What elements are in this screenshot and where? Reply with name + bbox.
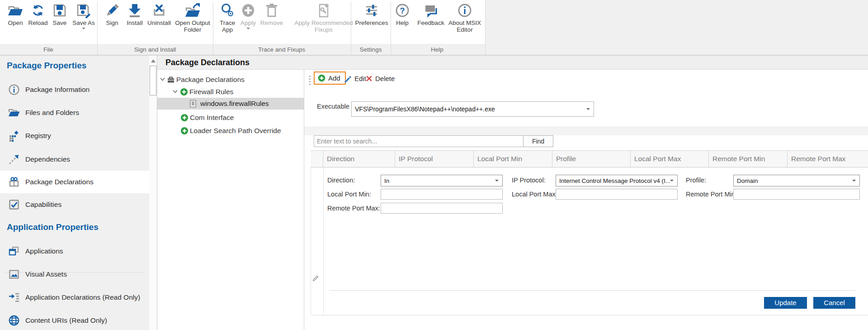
grid-column-header-ip-protocol[interactable]: IP Protocol: [395, 151, 473, 167]
ip-protocol-combobox[interactable]: Internet Control Message Protocol v4 (I.…: [556, 175, 678, 187]
sidebar-item-visual-assets[interactable]: Visual Assets: [0, 263, 149, 286]
dropdown-arrow-icon: [586, 108, 590, 110]
indicator-column-divider: [323, 167, 324, 315]
help-icon: ?: [395, 3, 410, 18]
dropdown-arrow-icon: [852, 180, 856, 182]
form-separator: [329, 290, 855, 291]
remove-button[interactable]: Remove: [259, 3, 285, 26]
profile-value: Domain: [734, 177, 852, 184]
sidebar-item-dependencies[interactable]: Dependencies: [0, 148, 149, 171]
reload-button[interactable]: Reload: [26, 3, 50, 26]
search-input[interactable]: [314, 135, 524, 147]
save-as-button[interactable]: Save As: [71, 3, 96, 29]
chevron-down-icon[interactable]: [173, 90, 178, 93]
registry-icon: [8, 130, 20, 142]
open-output-folder-button[interactable]: Open Output Folder: [172, 3, 213, 33]
tree-node-loader-search-path-override[interactable]: Loader Search Path Override: [157, 125, 304, 137]
direction-label: Direction:: [327, 177, 355, 184]
sidebar-item-label: Visual Assets: [25, 263, 67, 286]
delete-button[interactable]: Delete: [366, 73, 395, 84]
sidebar-item-applications[interactable]: Applications: [0, 240, 149, 263]
apply-button[interactable]: Apply: [238, 3, 259, 29]
ip-protocol-label: IP Protocol:: [512, 177, 546, 184]
remote-port-min-label: Remote Port Min:: [686, 191, 737, 198]
tree-node-windows-firewallrules[interactable]: windows.firewallRules: [157, 98, 304, 110]
sidebar-item-files-and-folders[interactable]: Files and Folders: [0, 101, 149, 124]
update-button[interactable]: Update: [764, 297, 807, 309]
trace-app-button[interactable]: Trace App: [217, 3, 238, 33]
tree-node-com-interface[interactable]: Com Interface: [157, 112, 304, 124]
sidebar-item-label: Application Declarations (Read Only): [25, 286, 140, 309]
open-button[interactable]: Open: [5, 3, 26, 26]
grid-column-header-remote-port-min[interactable]: Remote Port Min: [708, 151, 787, 167]
grid-column-header-profile[interactable]: Profile: [552, 151, 630, 167]
button-label: Uninstall: [145, 19, 174, 26]
scrollbar-up-arrow-icon[interactable]: [151, 59, 156, 62]
remote-port-max-input[interactable]: [381, 203, 503, 214]
sidebar-item-registry[interactable]: Registry: [0, 124, 149, 147]
chevron-down-icon: [246, 28, 250, 29]
profile-combobox[interactable]: Domain: [733, 175, 860, 187]
sidebar-item-content-uris[interactable]: Content URIs (Read Only): [0, 309, 149, 330]
globe-icon: [8, 315, 20, 326]
sidebar-section-header-package-properties: Package Properties: [7, 61, 86, 71]
visual-assets-image-icon: [8, 268, 20, 280]
sidebar-scrollbar[interactable]: [149, 56, 157, 330]
save-button[interactable]: Save: [50, 3, 70, 26]
button-label: Apply Recommended Fixups: [293, 19, 354, 33]
toolbar-grip-handle[interactable]: [309, 76, 311, 77]
install-arrow-icon: [127, 3, 142, 18]
remote-port-min-input[interactable]: [733, 189, 860, 200]
local-port-max-input[interactable]: [556, 189, 678, 200]
ribbon-group-label-trace-and-fixups: Trace and Fixups: [258, 46, 305, 53]
button-label: Save As: [71, 19, 96, 26]
sidebar-item-label: Package Declarations: [25, 171, 94, 193]
sidebar-item-package-declarations[interactable]: Package Declarations: [0, 171, 149, 193]
help-button[interactable]: ? Help: [393, 3, 411, 26]
tree-node-firewall-rules[interactable]: Firewall Rules: [157, 86, 304, 98]
chevron-down-icon[interactable]: [82, 28, 85, 29]
scrollbar-thumb[interactable]: [150, 66, 156, 96]
trace-app-icon: [220, 3, 235, 18]
delete-x-icon: [366, 75, 373, 82]
about-msix-editor-button[interactable]: About MSIX Editor: [447, 3, 483, 33]
button-label: Help: [393, 19, 411, 26]
apply-recommended-fixups-button[interactable]: Apply Recommended Fixups: [293, 3, 354, 33]
button-label: Save: [50, 19, 70, 26]
install-button[interactable]: Install: [123, 3, 146, 26]
trash-icon: [264, 3, 279, 18]
button-label: About MSIX Editor: [447, 19, 483, 33]
sidebar-item-label: Dependencies: [25, 148, 70, 171]
grid-column-header-remote-port-max[interactable]: Remote Port Max: [787, 151, 868, 167]
sidebar-item-application-declarations[interactable]: Application Declarations (Read Only): [0, 286, 149, 309]
uninstall-button[interactable]: Uninstall: [145, 3, 174, 26]
cancel-button[interactable]: Cancel: [813, 297, 855, 309]
button-label: Feedback: [416, 19, 446, 26]
executable-combobox[interactable]: VFS\ProgramFilesX86\Notepad++\notepad++.…: [351, 101, 594, 117]
grid-column-header-local-port-max[interactable]: Local Port Max: [630, 151, 708, 167]
fixups-icon: [316, 3, 331, 18]
profile-label: Profile:: [686, 177, 706, 184]
tree-node-package-declarations[interactable]: Package Declarations: [157, 74, 304, 86]
page-title: Package Declarations: [165, 56, 250, 69]
add-button[interactable]: Add: [314, 72, 346, 85]
tree-node-label: Package Declarations: [176, 74, 245, 86]
sidebar-item-package-information[interactable]: Package Information: [0, 78, 149, 101]
msix-editor-window: { "colors": { "accent_blue": "#0e5aa0", …: [0, 0, 868, 330]
find-button[interactable]: Find: [523, 135, 553, 147]
grid-column-header-local-port-min[interactable]: Local Port Min: [473, 151, 552, 167]
grid-header-row: Direction IP Protocol Local Port Min Pro…: [311, 150, 868, 167]
ribbon-group-label-help: Help: [431, 46, 443, 53]
ribbon-separator: [485, 1, 486, 55]
applications-window-icon: [8, 245, 20, 257]
button-label: Apply: [238, 19, 259, 26]
local-port-min-input[interactable]: [381, 189, 503, 200]
direction-combobox[interactable]: In: [381, 175, 503, 187]
feedback-button[interactable]: Feedback: [416, 3, 446, 26]
sidebar-item-capabilities[interactable]: Capabilities: [0, 193, 149, 216]
edit-button[interactable]: Edit: [344, 73, 366, 84]
chevron-down-icon[interactable]: [160, 77, 165, 81]
preferences-button[interactable]: Preferences: [354, 3, 390, 26]
sign-button[interactable]: Sign: [103, 3, 122, 26]
grid-column-header-direction[interactable]: Direction: [323, 151, 395, 167]
